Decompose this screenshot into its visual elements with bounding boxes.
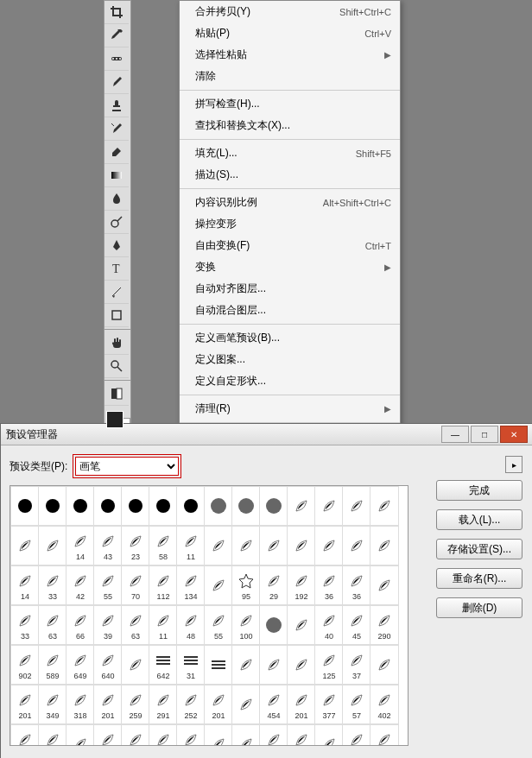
brush-preset[interactable]: 31 bbox=[176, 645, 206, 685]
brush-preset[interactable]: 640 bbox=[93, 645, 123, 685]
menu-item[interactable]: 清除 bbox=[180, 66, 400, 87]
brush-preset[interactable]: 201 bbox=[204, 685, 233, 724]
menu-item[interactable]: 填充(L)...Shift+F5 bbox=[180, 142, 400, 164]
brush-preset[interactable]: 259 bbox=[287, 724, 316, 746]
menu-item[interactable]: 合并拷贝(Y)Shift+Ctrl+C bbox=[180, 1, 400, 22]
brush-preset[interactable] bbox=[10, 486, 40, 526]
brush-preset[interactable] bbox=[204, 486, 233, 526]
save-button[interactable]: 存储设置(S)... bbox=[436, 539, 522, 559]
brush-preset[interactable]: 125 bbox=[314, 645, 344, 685]
menu-item[interactable]: 定义自定形状... bbox=[180, 370, 400, 392]
brush-preset[interactable] bbox=[370, 486, 399, 526]
brush-preset[interactable]: 134 bbox=[176, 565, 206, 605]
brush-preset[interactable]: 201 bbox=[287, 685, 316, 724]
menu-item[interactable]: 定义图案... bbox=[180, 349, 400, 370]
brush-preset[interactable]: 454 bbox=[259, 685, 288, 724]
menu-item[interactable]: 操控变形 bbox=[180, 213, 400, 235]
rename-button[interactable]: 重命名(R)... bbox=[436, 568, 522, 589]
brush-preset[interactable] bbox=[121, 645, 150, 685]
menu-item[interactable]: 定义画笔预设(B)... bbox=[180, 327, 400, 349]
brush-preset[interactable]: 55 bbox=[204, 605, 233, 645]
brush-preset[interactable]: 55 bbox=[93, 565, 123, 605]
menu-item[interactable]: 选择性粘贴▶ bbox=[180, 44, 400, 66]
brush-preset[interactable]: 66 bbox=[66, 605, 95, 645]
brush-preset[interactable] bbox=[66, 724, 95, 746]
brush-preset[interactable]: 33 bbox=[38, 565, 67, 605]
hand-tool[interactable] bbox=[104, 332, 129, 355]
shape-tool[interactable] bbox=[104, 304, 129, 327]
brush-preset[interactable] bbox=[259, 526, 288, 565]
brush-preset[interactable]: 192 bbox=[287, 565, 316, 605]
zoom-tool[interactable] bbox=[104, 355, 129, 378]
brush-preset[interactable]: 306 bbox=[149, 724, 178, 746]
brush-preset[interactable]: 443 bbox=[342, 724, 371, 746]
brush-preset[interactable] bbox=[287, 645, 316, 685]
menu-item[interactable]: 拼写检查(H)... bbox=[180, 93, 400, 115]
crop-tool[interactable] bbox=[104, 1, 129, 24]
brush-preset[interactable] bbox=[149, 486, 178, 526]
brush-preset[interactable]: 291 bbox=[149, 685, 178, 724]
brush-preset[interactable] bbox=[342, 486, 371, 526]
flyout-menu-button[interactable]: ▸ bbox=[505, 456, 522, 473]
blur-tool[interactable] bbox=[104, 187, 129, 211]
brush-preset[interactable]: 63 bbox=[38, 605, 67, 645]
brush-preset[interactable]: 36 bbox=[342, 565, 371, 605]
brush-preset[interactable]: 642 bbox=[149, 645, 178, 685]
maximize-button[interactable]: □ bbox=[471, 426, 498, 443]
brush-preset[interactable]: 45 bbox=[342, 605, 371, 645]
brush-preset[interactable]: 301 bbox=[93, 724, 123, 746]
brush-preset[interactable]: 377 bbox=[314, 685, 344, 724]
brush-preset[interactable]: 902 bbox=[10, 645, 40, 685]
brush-preset[interactable] bbox=[259, 486, 288, 526]
brush-preset[interactable] bbox=[38, 486, 67, 526]
brush-preset[interactable]: 318 bbox=[66, 685, 95, 724]
brush-preset[interactable]: 58 bbox=[149, 526, 178, 565]
brush-preset[interactable] bbox=[370, 645, 399, 685]
eyedropper-tool[interactable] bbox=[104, 24, 129, 47]
brush-preset[interactable] bbox=[121, 486, 150, 526]
brush-preset[interactable] bbox=[38, 526, 67, 565]
brush-preset[interactable] bbox=[204, 526, 233, 565]
color-mode[interactable] bbox=[104, 382, 129, 406]
brush-preset[interactable]: 240 bbox=[121, 724, 150, 746]
brush-preset[interactable] bbox=[176, 486, 206, 526]
brush-preset[interactable]: 37 bbox=[342, 645, 371, 685]
brush-preset[interactable] bbox=[342, 526, 371, 565]
brush-preset[interactable] bbox=[259, 645, 288, 685]
brush-preset[interactable] bbox=[231, 526, 261, 565]
brush-preset[interactable]: 63 bbox=[121, 605, 150, 645]
brush-preset[interactable] bbox=[231, 645, 261, 685]
foreground-color[interactable] bbox=[106, 411, 124, 428]
brush-preset[interactable]: 42 bbox=[66, 565, 95, 605]
brush-preset[interactable]: 33 bbox=[10, 605, 40, 645]
menu-item[interactable]: 粘贴(P)Ctrl+V bbox=[180, 22, 400, 44]
brush-preset[interactable]: 201 bbox=[10, 685, 40, 724]
brush-tool[interactable] bbox=[104, 71, 129, 94]
brush-preset[interactable]: 259 bbox=[121, 685, 150, 724]
brush-preset[interactable] bbox=[287, 526, 316, 565]
eraser-tool[interactable] bbox=[104, 141, 129, 164]
brush-preset[interactable] bbox=[370, 565, 399, 605]
brush-preset[interactable]: 100 bbox=[231, 605, 261, 645]
delete-button[interactable]: 删除(D) bbox=[436, 597, 522, 618]
brush-preset[interactable]: 48 bbox=[176, 605, 206, 645]
brush-preset[interactable]: 289 bbox=[370, 724, 399, 746]
brush-preset[interactable]: 333 bbox=[259, 724, 288, 746]
done-button[interactable]: 完成 bbox=[436, 480, 522, 501]
brush-preset[interactable]: 402 bbox=[370, 685, 399, 724]
brush-preset[interactable]: 23 bbox=[121, 526, 150, 565]
minimize-button[interactable]: — bbox=[441, 426, 469, 443]
brush-preset[interactable]: 32 bbox=[176, 724, 206, 746]
brush-preset[interactable] bbox=[314, 486, 344, 526]
brush-preset[interactable] bbox=[259, 605, 288, 645]
menu-item[interactable]: 清理(R)▶ bbox=[180, 398, 400, 420]
menu-item[interactable]: 变换▶ bbox=[180, 256, 400, 278]
menu-item[interactable]: 自动对齐图层... bbox=[180, 278, 400, 300]
brush-preset[interactable] bbox=[370, 526, 399, 565]
brush-preset[interactable] bbox=[314, 724, 344, 746]
menu-item[interactable]: 自由变换(F)Ctrl+T bbox=[180, 235, 400, 256]
brush-preset[interactable]: 589 bbox=[38, 645, 67, 685]
brush-preset[interactable]: 112 bbox=[149, 565, 178, 605]
path-tool[interactable] bbox=[104, 281, 129, 304]
brush-preset[interactable]: 70 bbox=[121, 565, 150, 605]
